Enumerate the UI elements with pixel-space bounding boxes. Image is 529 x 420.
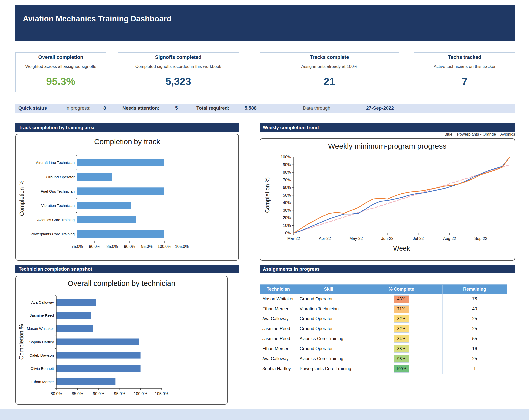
- y-axis-title: Completion %: [264, 177, 271, 213]
- chart-text: Vibration Technician: [41, 203, 75, 208]
- bar-2: [56, 325, 93, 332]
- chart-text: 85.0%: [72, 392, 83, 396]
- chart-text: 75.0%: [71, 244, 83, 249]
- bar-5: [56, 365, 141, 372]
- chart-text: 100.0%: [158, 244, 171, 249]
- chart-text: Sophia Hartley: [29, 340, 54, 344]
- chart-title-trend: Weekly minimum-program progress: [260, 139, 515, 153]
- chart-text: 60%: [283, 185, 291, 190]
- bar-4: [77, 216, 136, 223]
- kpi-value: 7: [414, 71, 515, 92]
- pct-badge: 84%: [394, 335, 409, 343]
- table-row: Sophia Hartley Powerplants Core Training…: [260, 364, 507, 374]
- cell-skill: Avionics Core Training: [297, 334, 360, 344]
- cell-remaining: 55: [443, 334, 507, 344]
- cell-skill: Vibration Technician: [297, 304, 360, 314]
- assignments-table: Technician Skill % Complete Remaining Ma…: [260, 284, 507, 374]
- chart-text: 0%: [285, 231, 291, 235]
- cell-pct: 88%: [360, 344, 443, 354]
- chart-text: 30%: [283, 208, 291, 212]
- total-required-value: 5,588: [245, 105, 257, 111]
- section-header-track-completion: Track completion by training area: [15, 123, 239, 132]
- table-row: Ava Calloway Ground Operator 82% 25: [260, 314, 507, 324]
- chart-text: 90.0%: [124, 244, 135, 249]
- cell-pct: 84%: [360, 334, 443, 344]
- pct-badge: 93%: [394, 355, 409, 363]
- bottom-accent-strip: [0, 409, 529, 420]
- bar-5: [77, 230, 164, 238]
- chart-text: Aug-22: [443, 236, 456, 241]
- chart-text: 80.0%: [51, 392, 62, 396]
- chart-text: 10%: [283, 223, 291, 228]
- track-completion-panel: Completion by track 75.0%80.0%85.0%90.0%…: [15, 134, 239, 261]
- table-row: Mason Whitaker Ground Operator 43% 78: [260, 294, 507, 304]
- bar-3: [56, 339, 139, 345]
- chart-text: Apr-22: [319, 236, 331, 241]
- section-title: Technician completion snapshot: [19, 266, 92, 272]
- chart-text: 100.0%: [134, 392, 147, 396]
- cell-technician: Ava Calloway: [260, 354, 297, 364]
- chart-text: 90%: [283, 163, 291, 167]
- cell-technician: Jasmine Reed: [260, 324, 297, 334]
- kpi-subtitle: Assignments already at 100%: [260, 62, 399, 71]
- cell-pct: 71%: [360, 304, 443, 314]
- column-header-pct-complete: % Complete: [360, 285, 443, 294]
- y-axis-title: Completion %: [19, 180, 25, 216]
- pct-badge: 82%: [394, 325, 409, 333]
- cell-pct: 43%: [360, 294, 443, 304]
- table-header-row: Technician Skill % Complete Remaining: [260, 285, 507, 294]
- chart-text: 105.0%: [155, 392, 168, 396]
- cell-remaining: 1: [443, 364, 507, 374]
- technician-snapshot-chart: 80.0%85.0%90.0%95.0%100.0%105.0%Ava Call…: [16, 291, 227, 403]
- kpi-title: Signoffs completed: [118, 53, 239, 62]
- weekly-trend-panel: Weekly minimum-program progress 0%10%20%…: [260, 138, 515, 261]
- kpi-card-signoffs-completed: Signoffs completed Completed signoffs re…: [118, 52, 239, 92]
- pct-badge: 71%: [394, 305, 409, 313]
- kpi-value: 5,323: [118, 71, 239, 92]
- needs-attention-value: 5: [175, 105, 178, 111]
- chart-text: Sep-22: [474, 236, 487, 241]
- bar-3: [77, 202, 131, 209]
- kpi-card-techs-tracked: Techs tracked Active technicians on this…: [414, 52, 515, 92]
- in-progress-value: 8: [103, 105, 106, 111]
- pct-badge: 100%: [394, 365, 409, 373]
- table-row: Jasmine Reed Ground Operator 82% 25: [260, 324, 507, 334]
- pct-badge: 88%: [394, 345, 409, 353]
- cell-pct: 82%: [360, 324, 443, 334]
- cell-remaining: 25: [443, 314, 507, 324]
- table-row: Jasmine Reed Avionics Core Training 84% …: [260, 334, 507, 344]
- column-header-skill: Skill: [297, 285, 360, 294]
- series-avionics: [294, 157, 510, 233]
- cell-technician: Mason Whitaker: [260, 294, 297, 304]
- cell-technician: Ethan Mercer: [260, 304, 297, 314]
- x-axis-title: Week: [393, 245, 410, 252]
- trend-legend-note: Blue = Powerplants • Orange = Avionics: [260, 132, 515, 137]
- section-title: Track completion by training area: [19, 125, 94, 130]
- section-title: Weekly completion trend: [263, 125, 319, 130]
- chart-text: Jun-22: [381, 236, 393, 241]
- data-through-value: 27-Sep-2022: [366, 105, 394, 111]
- cell-skill: Ground Operator: [297, 344, 360, 354]
- app-header: Aviation Mechanics Training Dashboard: [15, 5, 515, 41]
- kpi-card-tracks-complete: Tracks complete Assignments already at 1…: [260, 52, 399, 92]
- cell-skill: Ground Operator: [297, 314, 360, 324]
- table-row: Ethan Mercer Ground Operator 88% 16: [260, 344, 507, 354]
- chart-title-technician: Overall completion by technician: [16, 276, 227, 291]
- kpi-title: Tracks complete: [260, 53, 399, 62]
- cell-technician: Sophia Hartley: [260, 364, 297, 374]
- kpi-subtitle: Weighted across all assigned signoffs: [16, 62, 106, 71]
- cell-remaining: 25: [443, 324, 507, 334]
- chart-text: Aircraft Line Technician: [36, 160, 75, 165]
- dashboard-page: Aviation Mechanics Training Dashboard Ov…: [0, 0, 529, 420]
- section-header-assignments: Assignments in progress: [260, 265, 515, 273]
- chart-text: 70%: [283, 178, 291, 182]
- cell-skill: Powerplants Core Training: [297, 364, 360, 374]
- cell-remaining: 25: [443, 354, 507, 364]
- section-title: Assignments in progress: [263, 266, 320, 272]
- chart-title-track: Completion by track: [16, 134, 238, 149]
- cell-pct: 100%: [360, 364, 443, 374]
- chart-text: Mason Whitaker: [27, 326, 54, 331]
- kpi-title: Overall completion: [16, 53, 106, 62]
- data-through-label: Data through: [303, 105, 330, 111]
- track-completion-chart: 75.0%80.0%85.0%90.0%95.0%100.0%105.0%Air…: [16, 149, 238, 258]
